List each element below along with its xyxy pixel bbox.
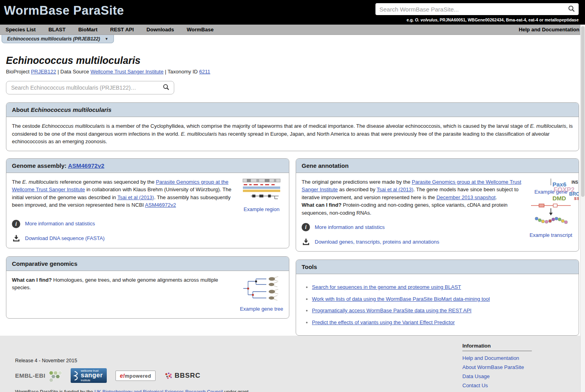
annotation-more-info-link[interactable]: More information and statistics [315,223,385,231]
nav-blast[interactable]: BLAST [48,27,65,33]
about-panel-body: The cestode Echinococcus multilocularis … [6,117,579,151]
inline-link[interactable]: UK Biotechnology and Biological Sciences… [94,389,223,392]
gene-annotation-what: What can I find? Protein-coding and non-… [302,201,523,217]
inline-link[interactable]: Tsai et al (2013) [377,186,414,192]
funding-note: WormBase ParaSite is funded by the UK Bi… [15,388,249,392]
download-icon [12,234,20,243]
annotation-download-row: Download genes, transcripts, proteins an… [302,238,523,246]
inline-link[interactable]: 6211 [199,69,210,75]
comparative-genomics-panel: Comparative genomics What can I find? Ho… [6,256,289,319]
scrollbar[interactable] [580,25,585,392]
list-item: Predict the effects of variants using th… [312,319,573,327]
tool-biomart-link[interactable]: Work with lists of data using the WormBa… [312,296,490,302]
assembly-info-row: i More information and statistics [12,220,283,228]
bioproject-meta: BioProject PRJEB122 | Data Source Wellco… [6,69,579,75]
footer-link-data-usage[interactable]: Data Usage [462,372,532,381]
sanger-glyph-icon [73,371,79,381]
left-column: Genome assembly: ASM46972v2 The E. multi… [6,158,289,319]
sanger-logo[interactable]: wellcome trust sanger institute [71,368,107,383]
site-logo[interactable]: WormBase ParaSite [4,4,124,18]
gene-annotation-main: The original gene predictions were made … [302,178,529,246]
example-region-link[interactable]: Example region [240,206,283,213]
empowered-text: mpowered [125,373,151,379]
footer-link-contact[interactable]: Contact Us [462,381,532,390]
search-icon [163,84,169,90]
ebi-hexagon-icon [48,370,62,382]
tools-header: Tools [296,260,579,274]
genome-assembly-panel: Genome assembly: ASM46972v2 The E. multi… [6,158,289,248]
info-icon: i [302,223,310,231]
nav-help-documentation[interactable]: Help and Documentation [519,27,579,33]
scrollbar-thumb[interactable] [581,26,585,197]
gene-annotation-figures: Pax6 INS FOXP2 BRCA2 DMD ssh Example gen… [529,178,573,246]
list-item: Programatically access WormBase ParaSite… [312,307,573,315]
release-info: Release 4 - November 2015 [15,358,262,363]
example-gene-tree-figure[interactable]: Example gene tree [240,276,283,313]
tools-panel: Tools Search for sequences in the genome… [296,259,579,336]
species-tab-row: Echinococcus multilocularis (PRJEB122) ▼ [0,35,585,45]
comparative-genomics-body: What can I find? Homologues, gene trees,… [6,271,289,318]
tool-vep-link[interactable]: Predict the effects of variants using th… [312,319,455,325]
tool-blast-link[interactable]: Search for sequences in the genome and p… [312,284,461,290]
inline-link[interactable]: December 2013 snapshot [437,194,496,200]
species-search-input[interactable] [6,85,158,91]
gene-annotation-text: The original gene predictions were made … [302,178,523,202]
download-icon [302,238,310,246]
comparative-genomics-header: Comparative genomics [6,257,289,271]
download-genes-link[interactable]: Download genes, transcripts, proteins an… [315,238,439,246]
example-transcript-figure[interactable]: Example transcript [529,202,573,239]
bbsrc-text: BBSRC [175,372,200,380]
about-panel: About Echinococcus multilocularis The ce… [6,102,579,151]
page: WormBase ParaSite e.g. O. volvulus, PRJN… [0,0,585,392]
example-region-figure[interactable]: Example region [240,178,283,213]
example-gene-tree-image[interactable] [242,276,281,303]
about-text: The cestode Echinococcus multilocularis … [12,122,573,146]
info-icon: i [12,220,20,228]
empowered-logo[interactable]: e!mpowered [115,371,156,381]
nav-wormbase[interactable]: WormBase [187,27,214,33]
example-gene-tree-link[interactable]: Example gene tree [240,305,283,313]
gene-annotation-panel: Gene annotation The original gene predic… [296,158,579,252]
example-region-image[interactable] [242,178,281,204]
assembly-more-info-link[interactable]: More information and statistics [25,220,95,228]
tool-rest-api-link[interactable]: Programatically access WormBase ParaSite… [312,307,471,313]
page-title: Echinococcus multilocularis [6,55,579,66]
sanger-name: sanger [81,372,103,379]
empowered-e: e! [120,373,125,379]
species-search [6,81,174,94]
inline-link[interactable]: ASM46972v2 [68,162,104,169]
global-search-button[interactable] [564,4,579,15]
nav-downloads[interactable]: Downloads [146,27,174,33]
footer-information: Information Help and Documentation About… [462,343,532,392]
example-transcript-image[interactable] [530,202,572,229]
nav-species-list[interactable]: Species List [6,27,36,33]
tools-body: Search for sequences in the genome and p… [296,274,579,335]
global-search [375,3,579,15]
bbsrc-dots-icon [164,372,173,380]
download-dna-link[interactable]: Download DNA sequence (FASTA) [25,234,105,242]
genome-assembly-text: The E. multilocularis reference genome w… [12,178,240,213]
footer-link-disclaimer[interactable]: Disclaimer [462,390,532,392]
example-transcript-link[interactable]: Example transcript [529,231,573,239]
example-gene-image[interactable]: Pax6 INS FOXP2 BRCA2 DMD ssh [550,179,551,185]
embl-ebi-logo[interactable]: EMBL-EBI [15,370,62,382]
inline-link[interactable]: Wellcome Trust Sanger Institute [90,69,164,75]
species-tab[interactable]: Echinococcus multilocularis (PRJEB122) ▼ [2,35,114,43]
species-search-button[interactable] [158,84,174,92]
inline-link[interactable]: Tsai et al (2013) [117,194,154,200]
bbsrc-logo[interactable]: BBSRC [164,372,200,380]
gene-annotation-header: Gene annotation [296,159,579,173]
genome-assembly-header: Genome assembly: ASM46972v2 [6,159,289,173]
footer-link-help[interactable]: Help and Documentation [462,354,532,363]
main-nav: Species List BLAST BioMart REST API Down… [0,25,585,35]
inline-link[interactable]: PRJEB122 [31,69,56,75]
example-gene-figure[interactable]: Pax6 INS FOXP2 BRCA2 DMD ssh Example gen… [529,178,573,196]
inline-link[interactable]: ASM46972v2 [145,202,176,208]
nav-biomart[interactable]: BioMart [78,27,97,33]
nav-rest-api[interactable]: REST API [110,27,134,33]
global-search-input[interactable] [375,6,564,13]
search-icon [568,5,575,12]
footer-link-about[interactable]: About WormBase ParaSite [462,363,532,372]
footer-left: Release 4 - November 2015 EMBL-EBI [0,336,262,392]
comparative-genomics-text: What can I find? Homologues, gene trees,… [12,276,240,313]
